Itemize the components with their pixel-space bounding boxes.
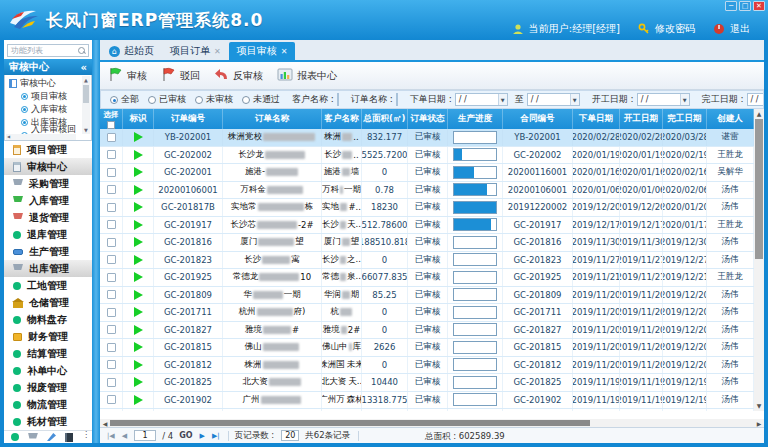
sidebar-module-8[interactable]: 出库管理	[4, 260, 92, 277]
scroll-down-icon[interactable]: ▼	[754, 401, 764, 411]
close-tab-icon[interactable]: ✕	[281, 47, 288, 56]
finish-date-input[interactable]: / /	[747, 93, 764, 106]
logout-link[interactable]: 退出	[730, 22, 750, 36]
tree-horizontal-scrollbar[interactable]: ◀	[6, 134, 76, 140]
row-checkbox[interactable]	[107, 308, 116, 317]
overflow-icon[interactable]: ⋮	[82, 433, 85, 442]
table-vertical-scrollbar[interactable]: ▲ ▼	[754, 109, 764, 411]
table-row[interactable]: GC-201812株洲株洲国未来0已审核GC-2018122019/11/202…	[100, 357, 754, 375]
row-checkbox[interactable]	[107, 220, 116, 229]
table-row[interactable]: GC-201827雅境#雅境2#0已审核GC-2018272019/11/202…	[100, 322, 754, 340]
chevron-down-icon[interactable]: ▼	[680, 94, 689, 105]
customer-name-input[interactable]	[337, 93, 339, 106]
sidebar-module-4[interactable]: 入库管理	[4, 192, 92, 209]
horizontal-scroll-thumb[interactable]	[110, 420, 590, 426]
row-checkbox[interactable]	[107, 325, 116, 334]
radio-2[interactable]: 已审核	[148, 93, 186, 106]
scroll-down-icon[interactable]: ▼	[82, 126, 90, 134]
go-button[interactable]: GO	[179, 431, 192, 440]
table-row[interactable]: GC-201817B实地常栋实地#..18230已审核2019122000220…	[100, 199, 754, 217]
column-header-8[interactable]: 生产进度	[448, 109, 503, 129]
column-header-7[interactable]: 订单状态	[408, 109, 448, 129]
book-icon[interactable]	[65, 433, 73, 442]
table-row[interactable]: GC-202001施港-施港墙0已审核202001160012020/01/16…	[100, 164, 754, 182]
row-checkbox[interactable]	[107, 133, 116, 142]
first-page-button[interactable]: |◀	[107, 432, 115, 440]
tab-2[interactable]: 项目订单✕	[162, 42, 229, 60]
row-checkbox[interactable]	[107, 255, 116, 264]
chevron-down-icon[interactable]: ▼	[570, 94, 579, 105]
page-number-input[interactable]: 1	[134, 430, 156, 441]
start-date-input[interactable]: / /▼	[637, 93, 690, 106]
table-row[interactable]: GC-201809华一期华润期85.25已审核GC-2018092019/11/…	[100, 287, 754, 305]
table-row[interactable]: GC-201816厦门望厦门望188510.818已审核GC-201816201…	[100, 234, 754, 252]
prev-page-button[interactable]: ◀	[122, 432, 127, 440]
close-button[interactable]: ✕	[753, 1, 765, 11]
scroll-left-icon[interactable]: ◀	[100, 420, 110, 427]
sidebar-module-12[interactable]: 财务管理	[4, 328, 92, 345]
sidebar-module-7[interactable]: 生产管理	[4, 243, 92, 260]
column-header-10[interactable]: 下单日期	[573, 109, 620, 129]
unaudit-button[interactable]: 反审核	[214, 68, 263, 83]
row-checkbox[interactable]	[107, 395, 116, 404]
order-date-from-input[interactable]: / /▼	[455, 93, 508, 106]
radio-4[interactable]: 未通过	[242, 93, 280, 106]
table-row[interactable]: GC-201…已审核GC-201…2019/11/…2019/11/…2019/…	[100, 409, 754, 411]
scroll-right-icon[interactable]: ▶	[754, 420, 764, 427]
sidebar-panel-header[interactable]: 审核中心 «	[4, 59, 92, 75]
chevron-down-icon[interactable]: ▼	[498, 94, 507, 105]
column-header-3[interactable]: 订单编号	[154, 109, 223, 129]
column-header-12[interactable]: 完工日期	[663, 109, 707, 129]
sidebar-module-1[interactable]: 项目管理	[4, 141, 92, 158]
tree-root[interactable]: 审核中心	[9, 77, 81, 90]
row-checkbox[interactable]	[107, 150, 116, 159]
sidebar-module-10[interactable]: 仓储管理	[4, 294, 92, 311]
minimize-button[interactable]: ─	[725, 1, 737, 11]
radio-3[interactable]: 未审核	[195, 93, 233, 106]
sidebar-module-13[interactable]: 结算管理	[4, 345, 92, 362]
column-header-5[interactable]: 客户名称	[322, 109, 362, 129]
collapse-icon[interactable]: «	[81, 62, 87, 73]
row-checkbox[interactable]	[107, 378, 116, 387]
row-checkbox[interactable]	[107, 185, 116, 194]
sidebar-module-5[interactable]: 退货管理	[4, 209, 92, 226]
close-tab-icon[interactable]: ✕	[214, 47, 221, 56]
sidebar-module-2[interactable]: 审核中心	[4, 158, 92, 175]
row-checkbox[interactable]	[107, 168, 116, 177]
tree-vertical-scrollbar[interactable]: ▲ ▼	[82, 76, 90, 134]
sidebar-splitter[interactable]	[92, 40, 100, 443]
reject-button[interactable]: 驳回	[161, 67, 200, 84]
column-header-1[interactable]: 选择	[100, 109, 123, 129]
scroll-up-icon[interactable]: ▲	[82, 76, 90, 84]
column-header-6[interactable]: 总面积(㎡)	[362, 109, 408, 129]
row-checkbox[interactable]	[107, 290, 116, 299]
sidebar-module-15[interactable]: 报废管理	[4, 379, 92, 396]
sidebar-module-9[interactable]: 工地管理	[4, 277, 92, 294]
table-row[interactable]: 20200106001万科金万科一期0.78已审核202001060012020…	[100, 182, 754, 200]
tab-1[interactable]: ⌂起始页	[101, 42, 162, 60]
table-row[interactable]: GC-201917长沙芯-2#长沙天..8512.78600..已审核GC-20…	[100, 217, 754, 235]
column-header-13[interactable]: 创建人	[707, 109, 754, 129]
column-header-9[interactable]: 合同编号	[503, 109, 573, 129]
row-checkbox[interactable]	[107, 238, 116, 247]
table-row[interactable]: GC-201925常德龙10常德泉..266077.835..已审核GC-201…	[100, 269, 754, 287]
next-page-button[interactable]: ▶	[200, 432, 205, 440]
vertical-scroll-thumb[interactable]	[755, 119, 763, 259]
audit-button[interactable]: 审核	[108, 67, 147, 84]
sidebar-module-3[interactable]: 采购管理	[4, 175, 92, 192]
sidebar-module-11[interactable]: 物料盘存	[4, 311, 92, 328]
table-row[interactable]: GC-201711杭州府)杭0已审核GC-2017112019/11/20201…	[100, 304, 754, 322]
order-date-to-input[interactable]: / /▼	[527, 93, 580, 106]
pen-icon[interactable]	[47, 433, 56, 441]
dot-icon[interactable]	[11, 433, 19, 441]
column-header-4[interactable]: 订单名称	[223, 109, 322, 129]
table-row[interactable]: GC-202002长沙龙长沙..65525.7200..已审核GC-202002…	[100, 147, 754, 165]
report-center-button[interactable]: 报表中心	[277, 68, 337, 84]
last-page-button[interactable]: ▶|	[212, 432, 220, 440]
row-checkbox[interactable]	[107, 360, 116, 369]
sidebar-module-17[interactable]: 耗材管理	[4, 413, 92, 430]
maximize-button[interactable]: □	[739, 1, 751, 11]
sidebar-module-16[interactable]: 物流管理	[4, 396, 92, 413]
row-checkbox[interactable]	[107, 203, 116, 212]
change-password-link[interactable]: 修改密码	[655, 22, 695, 36]
